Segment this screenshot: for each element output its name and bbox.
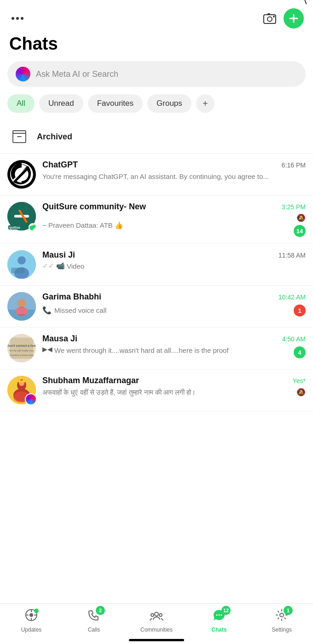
- svg-point-15: [30, 224, 35, 230]
- svg-text:for he will make you: for he will make you: [9, 349, 34, 352]
- nav-item-updates[interactable]: Updates: [13, 609, 50, 633]
- filter-tab-all[interactable]: All: [7, 94, 35, 113]
- svg-rect-10: [13, 131, 26, 133]
- chat-time-mausa: 4:50 AM: [282, 335, 306, 343]
- double-tick-mausi: ✓✓: [42, 262, 54, 270]
- chats-badge: 12: [221, 606, 231, 615]
- settings-badge: 1: [284, 606, 293, 615]
- avatar-chatgpt: [7, 160, 36, 189]
- updates-icon: [25, 609, 38, 625]
- calls-badge: 2: [96, 606, 105, 615]
- chats-icon: 12: [212, 609, 226, 625]
- svg-point-4: [267, 17, 272, 22]
- mute-icon-quitsure: 🔕: [296, 213, 306, 222]
- missed-call-icon: 📞: [42, 306, 52, 315]
- chat-item-chatgpt[interactable]: ChatGPT 6:16 PM You're messaging ChatGPT…: [0, 154, 313, 196]
- chat-name-mausi: Mausi Ji: [42, 250, 75, 260]
- archived-row[interactable]: Archived: [0, 120, 313, 154]
- svg-point-43: [159, 614, 162, 616]
- chat-item-quitsure[interactable]: quitsu QuitSure community- New 3:25 PM ~…: [0, 196, 313, 244]
- chat-list: ChatGPT 6:16 PM You're messaging ChatGPT…: [0, 154, 313, 411]
- nav-item-communities[interactable]: Communities: [138, 609, 175, 633]
- archive-icon: [9, 126, 29, 147]
- filter-tab-groups[interactable]: Groups: [147, 94, 191, 113]
- meta-ai-icon: [16, 67, 30, 81]
- new-chat-button[interactable]: ↑: [284, 8, 304, 29]
- quitsure-label: quitsu: [8, 225, 21, 230]
- badge-garima: 1: [294, 305, 306, 316]
- avatar-mausi: [7, 250, 36, 279]
- bottom-nav: Updates 2 Calls Communities: [0, 604, 313, 644]
- svg-rect-19: [11, 268, 25, 273]
- svg-rect-24: [16, 308, 27, 314]
- filter-tab-unread[interactable]: Unread: [39, 94, 83, 113]
- chat-name-shubham: Shubham Muzaffarnagar: [42, 376, 139, 385]
- svg-point-46: [221, 615, 222, 616]
- search-placeholder: Ask Meta AI or Search: [36, 69, 118, 79]
- chat-item-mausi[interactable]: Mausi Ji 11:58 AM ✓✓ 📹 Video: [0, 244, 313, 286]
- chat-time-chatgpt: 6:16 PM: [282, 161, 306, 169]
- chat-content-quitsure: QuitSure community- New 3:25 PM ~ Pravee…: [42, 202, 306, 237]
- search-bar[interactable]: Ask Meta AI or Search: [7, 61, 306, 87]
- svg-point-17: [17, 256, 26, 264]
- chat-content-mausa: Mausa Ji 4:50 AM ▶◀ We went through it..…: [42, 334, 306, 358]
- chat-time-shubham: Yes*: [293, 377, 306, 385]
- badge-quitsure: 14: [294, 225, 306, 237]
- calls-icon: 2: [87, 609, 100, 625]
- chats-nav-label: Chats: [211, 627, 226, 633]
- chat-item-garima[interactable]: Garima Bhabhi 10:42 AM 📞 Missed voice ca…: [0, 286, 313, 328]
- chat-content-chatgpt: ChatGPT 6:16 PM You're messaging ChatGPT…: [42, 160, 306, 181]
- video-icon-mausi: 📹: [56, 262, 65, 270]
- video-thumb-icon-mausa: ▶◀: [42, 345, 52, 353]
- meta-ai-overlay-shubham: [25, 393, 37, 405]
- calls-label: Calls: [88, 627, 100, 633]
- svg-rect-5: [267, 13, 270, 15]
- filter-tabs: All Unread Favourites Groups +: [0, 94, 313, 120]
- avatar-quitsure: quitsu: [7, 202, 36, 230]
- avatar-shubham: [7, 376, 36, 404]
- chat-preview-mausi: Video: [67, 262, 84, 270]
- chat-content-garima: Garima Bhabhi 10:42 AM 📞 Missed voice ca…: [42, 292, 306, 316]
- svg-point-41: [155, 612, 158, 616]
- nav-item-chats[interactable]: 12 Chats: [201, 609, 238, 633]
- filter-add-button[interactable]: +: [196, 94, 214, 113]
- chat-preview-chatgpt: You're messaging ChatGPT, an AI assistan…: [42, 172, 306, 181]
- chat-content-mausi: Mausi Ji 11:58 AM ✓✓ 📹 Video: [42, 250, 306, 270]
- archived-label: Archived: [37, 132, 72, 142]
- svg-point-45: [219, 615, 220, 616]
- svg-point-0: [12, 17, 14, 20]
- avatar-mausa: Don't correct a fool for he will make yo…: [7, 334, 36, 362]
- svg-point-2: [21, 17, 23, 20]
- chat-time-mausi: 11:58 AM: [278, 252, 306, 259]
- chat-name-chatgpt: ChatGPT: [42, 160, 78, 170]
- chat-name-mausa: Mausa Ji: [42, 334, 77, 344]
- chat-meta-quitsure: 🔕 14: [294, 213, 306, 237]
- svg-point-22: [17, 299, 26, 307]
- filter-tab-favourites[interactable]: Favourites: [88, 94, 143, 113]
- chat-preview-mausa: We went through it....wasn't hard at all…: [54, 345, 290, 355]
- svg-text:Correct a wise man: Correct a wise man: [10, 354, 34, 356]
- badge-mausa: 4: [294, 346, 306, 358]
- mute-icon-shubham: 🔕: [296, 388, 306, 397]
- chat-preview-garima: Missed voice call: [54, 306, 106, 314]
- svg-point-47: [280, 613, 284, 617]
- chat-item-shubham[interactable]: Shubham Muzaffarnagar Yes* अफवाहों के धु…: [0, 369, 313, 411]
- updates-label: Updates: [21, 627, 42, 633]
- chat-name-garima: Garima Bhabhi: [42, 292, 101, 302]
- communities-label: Communities: [140, 627, 173, 633]
- chat-preview-shubham: अफवाहों के धुएं वहीं से उड़ते हैं, जहां …: [42, 387, 196, 397]
- chat-item-mausa[interactable]: Don't correct a fool for he will make yo…: [0, 328, 313, 369]
- menu-button[interactable]: [9, 10, 26, 27]
- updates-dot: [34, 609, 39, 613]
- nav-item-calls[interactable]: 2 Calls: [75, 609, 112, 633]
- nav-item-settings[interactable]: 1 Settings: [263, 609, 300, 633]
- svg-text:Don't correct a fool: Don't correct a fool: [7, 344, 36, 347]
- svg-point-44: [216, 615, 218, 616]
- chat-name-quitsure: QuitSure community- New: [42, 202, 146, 212]
- chat-preview-quitsure: ~ Praveen Dattaa: ATB 👍: [42, 221, 123, 230]
- settings-label: Settings: [272, 627, 291, 633]
- svg-point-42: [151, 614, 154, 616]
- camera-button[interactable]: [261, 10, 278, 27]
- settings-icon: 1: [275, 609, 288, 625]
- chat-time-quitsure: 3:25 PM: [282, 203, 306, 211]
